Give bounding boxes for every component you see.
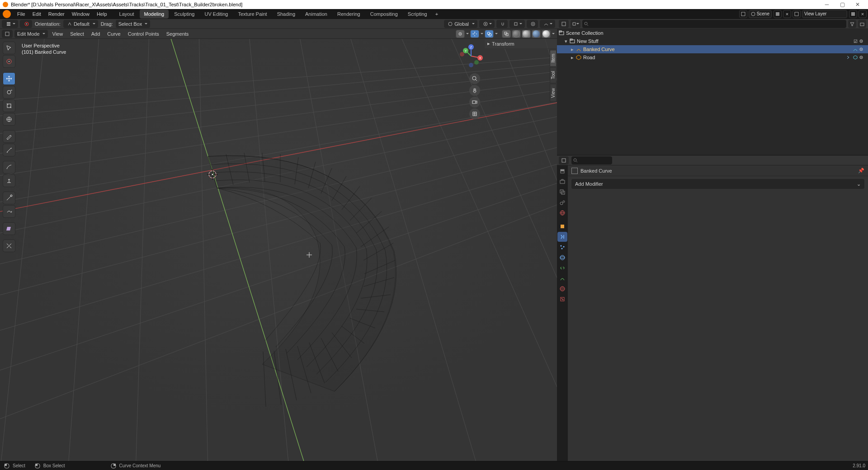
segments-menu[interactable]: Segments — [164, 31, 192, 37]
navigation-gizmo[interactable]: X Y Z — [458, 42, 485, 70]
menu-window[interactable]: Window — [68, 9, 93, 19]
outliner-collection-newstuff[interactable]: ▾ New Stuff ☑ — [557, 37, 868, 45]
chevron-down-icon[interactable] — [552, 32, 555, 36]
tool-select-box[interactable] — [3, 42, 15, 54]
tab-render[interactable] — [557, 166, 567, 176]
window-close-button[interactable]: ✕ — [850, 1, 865, 8]
exclude-checkbox[interactable]: ☑ — [852, 39, 859, 44]
proportional-falloff-dropdown[interactable] — [540, 20, 555, 28]
transform-orientation-dropdown[interactable]: Global — [444, 20, 477, 28]
tool-tilt[interactable] — [3, 205, 15, 218]
tool-cursor[interactable] — [3, 55, 15, 68]
window-minimize-button[interactable]: ─ — [819, 1, 835, 8]
tool-shear[interactable] — [3, 222, 15, 235]
tool-extrude[interactable] — [3, 174, 15, 187]
proportional-edit-toggle[interactable] — [527, 20, 538, 28]
workspace-scripting[interactable]: Scripting — [403, 9, 432, 19]
workspace-sculpting[interactable]: Sculpting — [170, 9, 199, 19]
tool-randomize[interactable] — [3, 240, 15, 252]
disclosure-triangle[interactable]: ▸ — [570, 47, 575, 52]
tool-measure[interactable] — [3, 144, 15, 156]
viewlayer-delete-button[interactable]: × — [859, 10, 867, 18]
menu-file[interactable]: File — [14, 9, 29, 19]
disclosure-triangle[interactable]: ▸ — [570, 55, 575, 61]
disclosure-triangle[interactable]: ▾ — [563, 38, 569, 44]
orientation-dropdown[interactable]: Default — [63, 20, 98, 28]
view-menu[interactable]: View — [50, 31, 66, 37]
chevron-down-icon[interactable] — [495, 32, 498, 36]
workspace-rendering[interactable]: Rendering — [333, 9, 365, 19]
scene-new-button[interactable] — [774, 10, 782, 18]
scene-selector[interactable]: Scene — [749, 10, 772, 18]
mode-dropdown[interactable]: Edit Mode — [14, 30, 48, 38]
shading-solid[interactable] — [522, 30, 531, 38]
zoom-button[interactable] — [469, 73, 480, 84]
outliner-view-dropdown[interactable] — [571, 20, 580, 28]
tab-texture[interactable] — [557, 294, 567, 304]
tab-data[interactable] — [557, 273, 567, 283]
show-gizmo-toggle[interactable] — [470, 30, 479, 38]
tool-radius[interactable] — [3, 192, 15, 204]
tool-move[interactable] — [3, 72, 15, 85]
xray-toggle[interactable] — [502, 30, 511, 38]
transform-panel-header[interactable]: ▸Transform — [485, 39, 557, 49]
outliner-filter-button[interactable] — [848, 20, 856, 28]
workspace-texturepaint[interactable]: Texture Paint — [233, 9, 271, 19]
properties-search[interactable] — [571, 156, 612, 164]
editor-type-dropdown[interactable] — [2, 20, 18, 28]
outliner-tree[interactable]: Scene Collection ▾ New Stuff ☑ ▸ Banked … — [557, 29, 868, 155]
tool-rotate[interactable] — [3, 86, 15, 99]
hide-viewport-icon[interactable] — [859, 47, 866, 52]
editor-type-dropdown-2[interactable] — [2, 30, 13, 38]
npanel-tab-view[interactable]: View — [550, 84, 557, 102]
outliner-scene-collection[interactable]: Scene Collection — [557, 29, 868, 37]
pin-icon[interactable]: 📌 — [858, 168, 864, 174]
viewlayer-browse-button[interactable] — [793, 10, 801, 18]
pan-button[interactable] — [469, 85, 480, 96]
tab-modifier[interactable] — [557, 232, 567, 242]
select-menu[interactable]: Select — [67, 31, 87, 37]
workspace-shading[interactable]: Shading — [273, 9, 300, 19]
chevron-down-icon[interactable] — [480, 32, 484, 36]
viewport-3d[interactable]: User Perspective (101) Banked Curve — [0, 39, 557, 461]
workspace-layout[interactable]: Layout — [115, 9, 139, 19]
hide-viewport-icon[interactable] — [859, 55, 866, 60]
camera-view-button[interactable] — [469, 97, 480, 108]
npanel-tab-item[interactable]: Item — [550, 50, 557, 66]
tab-world[interactable] — [557, 208, 567, 218]
properties-editor-type[interactable] — [559, 156, 569, 164]
add-modifier-dropdown[interactable]: Add Modifier ⌄ — [571, 179, 864, 189]
perspective-toggle-button[interactable] — [469, 108, 480, 119]
window-maximize-button[interactable]: ▢ — [835, 1, 850, 8]
tool-scale[interactable] — [3, 99, 15, 112]
outliner-search[interactable] — [582, 20, 846, 28]
menu-render[interactable]: Render — [45, 9, 68, 19]
tool-transform[interactable] — [3, 113, 15, 126]
controlpoints-menu[interactable]: Control Points — [125, 31, 162, 37]
tab-output[interactable] — [557, 177, 567, 187]
outliner-display-mode[interactable] — [559, 20, 569, 28]
blender-icon[interactable] — [3, 10, 11, 18]
drag-dropdown[interactable]: Select Box — [116, 20, 151, 28]
shading-rendered[interactable] — [542, 30, 551, 38]
tab-viewlayer[interactable] — [557, 187, 567, 197]
cursor-tool-button[interactable] — [20, 20, 32, 28]
menu-help[interactable]: Help — [93, 9, 111, 19]
hide-viewport-icon[interactable] — [859, 39, 866, 43]
show-overlays-toggle[interactable] — [485, 30, 494, 38]
npanel-tab-tool[interactable]: Tool — [550, 67, 557, 83]
pivot-dropdown[interactable] — [479, 20, 495, 28]
viewlayer-new-button[interactable] — [849, 10, 857, 18]
viewlayer-selector[interactable]: View Layer — [802, 10, 847, 18]
workspace-uvediting[interactable]: UV Editing — [200, 9, 232, 19]
outliner-object-road[interactable]: ▸ Road — [557, 53, 868, 61]
curve-menu[interactable]: Curve — [104, 31, 123, 37]
tab-scene[interactable] — [557, 197, 567, 207]
scene-browse-button[interactable] — [739, 10, 747, 18]
tool-annotate[interactable] — [3, 130, 15, 143]
scene-delete-button[interactable]: × — [783, 10, 791, 18]
menu-edit[interactable]: Edit — [29, 9, 45, 19]
workspace-modeling[interactable]: Modeling — [140, 9, 169, 19]
shading-wireframe[interactable] — [512, 30, 521, 38]
snap-toggle[interactable] — [496, 20, 508, 28]
